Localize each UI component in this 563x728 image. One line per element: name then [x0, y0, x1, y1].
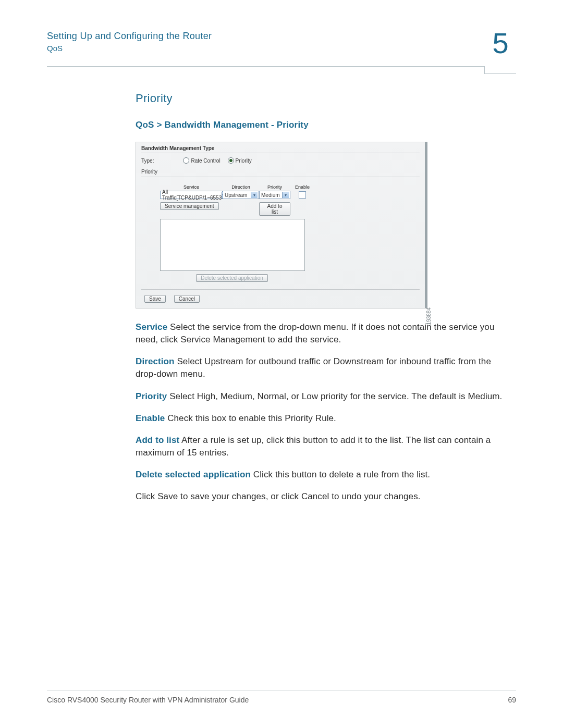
chapter-number: 5: [485, 29, 516, 58]
cancel-button[interactable]: Cancel: [174, 295, 200, 303]
direction-select-value: Upstream: [225, 192, 247, 198]
delete-selected-button[interactable]: Delete selected application: [196, 274, 268, 282]
type-label: Type:: [141, 158, 154, 164]
chevron-down-icon: ▾: [282, 192, 289, 198]
text-service: Select the service from the drop-down me…: [136, 322, 494, 344]
term-delete: Delete selected application: [136, 470, 251, 479]
radio-icon: [183, 157, 189, 164]
chapter-title: Setting Up and Configuring the Router: [47, 31, 212, 42]
panel-title-bandwidth: Bandwidth Management Type: [141, 145, 420, 153]
section-heading-priority: Priority: [136, 92, 511, 105]
service-select-value: All Traffic[TCP&UDP/1~6553: [162, 189, 222, 201]
panel-title-priority: Priority: [141, 169, 420, 177]
term-service: Service: [136, 322, 167, 332]
direction-select[interactable]: Upstream ▾: [223, 191, 259, 199]
chevron-down-icon: ▾: [251, 192, 258, 198]
priority-select[interactable]: Medium ▾: [259, 191, 290, 199]
add-to-list-button[interactable]: Add to list: [259, 202, 290, 216]
para-save: Click Save to save your changes, or clic…: [136, 490, 511, 503]
radio-priority-label: Priority: [236, 158, 252, 164]
para-direction: Direction Select Upstream for outbound t…: [136, 355, 511, 380]
term-enable: Enable: [136, 413, 165, 423]
figure-id: 193884: [426, 307, 432, 325]
term-add: Add to list: [136, 435, 179, 445]
screenshot-figure: Bandwidth Management Type Type: Rate Con…: [136, 142, 431, 309]
enable-checkbox[interactable]: [299, 191, 306, 199]
radio-rate-control[interactable]: Rate Control: [183, 157, 220, 164]
para-enable: Enable Check this box to enable this Pri…: [136, 412, 511, 425]
footer-title: Cisco RVS4000 Security Router with VPN A…: [47, 696, 249, 704]
priority-select-value: Medium: [261, 192, 280, 198]
text-delete: Click this button to delete a rule from …: [251, 470, 430, 479]
header-rule: [47, 64, 516, 72]
col-direction: Direction: [223, 184, 259, 190]
service-management-button[interactable]: Service management: [160, 202, 219, 210]
page-number: 69: [508, 696, 516, 704]
radio-rate-label: Rate Control: [191, 158, 220, 164]
text-direction: Select Upstream for outbound traffic or …: [136, 356, 491, 379]
chapter-subtitle: QoS: [47, 44, 212, 53]
radio-priority[interactable]: Priority: [228, 157, 252, 164]
text-priority: Select High, Medium, Normal, or Low prio…: [167, 391, 502, 401]
col-priority: Priority: [259, 184, 290, 190]
rules-listbox[interactable]: [160, 219, 305, 271]
breadcrumb: QoS > Bandwidth Management - Priority: [136, 120, 511, 130]
service-select[interactable]: All Traffic[TCP&UDP/1~6553 ▾: [160, 191, 223, 199]
term-priority: Priority: [136, 391, 167, 401]
para-delete: Delete selected application Click this b…: [136, 468, 511, 481]
para-add: Add to list After a rule is set up, clic…: [136, 434, 511, 459]
para-service: Service Select the service from the drop…: [136, 321, 511, 346]
term-direction: Direction: [136, 356, 175, 366]
col-enable: Enable: [290, 184, 314, 190]
save-button[interactable]: Save: [144, 295, 166, 303]
radio-icon: [228, 157, 234, 164]
text-add: After a rule is set up, click this butto…: [136, 435, 491, 458]
para-priority: Priority Select High, Medium, Normal, or…: [136, 390, 511, 403]
text-enable: Check this box to enable this Priority R…: [165, 413, 336, 423]
